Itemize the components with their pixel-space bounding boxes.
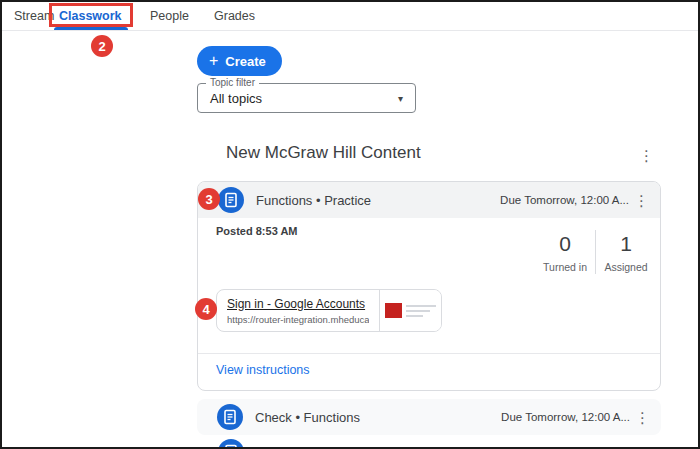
topic-filter-value: All topics — [210, 91, 262, 106]
active-tab-indicator — [54, 27, 128, 30]
assignment-due-date: Due Tomorrow, 12:00 A... — [501, 411, 630, 423]
annotation-step-4: 4 — [195, 298, 217, 320]
topic-title: New McGraw Hill Content — [226, 143, 421, 163]
plus-icon: + — [209, 53, 218, 69]
assignment-icon — [218, 187, 244, 213]
create-button-label: Create — [225, 54, 265, 69]
annotation-highlight-box — [49, 3, 133, 27]
create-button[interactable]: + Create — [197, 46, 282, 76]
kebab-icon: ⋮ — [634, 192, 649, 209]
assigned-label: Assigned — [604, 261, 647, 273]
thumbnail-text-lines — [406, 305, 436, 317]
assigned-stat[interactable]: 1 Assigned — [596, 232, 656, 273]
annotation-step-2: 2 — [91, 35, 113, 57]
turned-in-stat[interactable]: 0 Turned in — [535, 232, 595, 273]
annotation-step-3: 3 — [198, 188, 220, 210]
assignment-row-2[interactable]: Check • Functions Due Tomorrow, 12:00 A.… — [197, 399, 661, 435]
tab-bar: Stream Classwork People Grades — [2, 2, 698, 31]
classroom-window: Stream Classwork People Grades 2 + Creat… — [0, 0, 700, 449]
topic-filter-dropdown[interactable]: Topic filter All topics ▾ — [197, 83, 416, 113]
assignment-details: Posted 8:53 AM 0 Turned in 1 Assigned Si… — [198, 218, 660, 390]
assignment-menu-button[interactable]: ⋮ — [629, 191, 654, 210]
topic-menu-button[interactable]: ⋮ — [634, 146, 659, 165]
assignment-header-row[interactable]: Functions • Practice Due Tomorrow, 12:00… — [198, 182, 660, 218]
assignment-stats: 0 Turned in 1 Assigned — [535, 230, 656, 274]
assignment-title: Functions • Practice — [256, 193, 371, 208]
turned-in-count: 0 — [559, 232, 571, 256]
kebab-icon: ⋮ — [635, 409, 650, 426]
assignment-card: Functions • Practice Due Tomorrow, 12:00… — [197, 181, 661, 391]
assignment-due-date: Due Tomorrow, 12:00 A... — [500, 194, 629, 206]
tab-grades[interactable]: Grades — [214, 9, 255, 23]
assignment-icon — [217, 404, 243, 430]
turned-in-label: Turned in — [543, 261, 587, 273]
attachment-link-card[interactable]: Sign in - Google Accounts https://router… — [216, 289, 442, 332]
assignment-menu-button[interactable]: ⋮ — [630, 408, 655, 427]
tab-people[interactable]: People — [150, 9, 189, 23]
attachment-url: https://router-integration.mheduca... — [227, 314, 369, 325]
thumbnail-red-block — [385, 303, 402, 318]
attachment-title: Sign in - Google Accounts — [227, 297, 369, 311]
card-divider — [198, 353, 660, 354]
attachment-thumbnail — [379, 290, 441, 331]
dropdown-arrow-icon: ▾ — [398, 93, 403, 104]
view-instructions-link[interactable]: View instructions — [216, 363, 310, 377]
attachment-text: Sign in - Google Accounts https://router… — [217, 290, 379, 331]
topic-filter-label: Topic filter — [206, 77, 259, 88]
assignment-icon-partial — [218, 439, 244, 449]
posted-time: Posted 8:53 AM — [216, 225, 298, 237]
kebab-icon: ⋮ — [639, 147, 654, 164]
assignment-title: Check • Functions — [255, 410, 360, 425]
assigned-count: 1 — [620, 232, 632, 256]
